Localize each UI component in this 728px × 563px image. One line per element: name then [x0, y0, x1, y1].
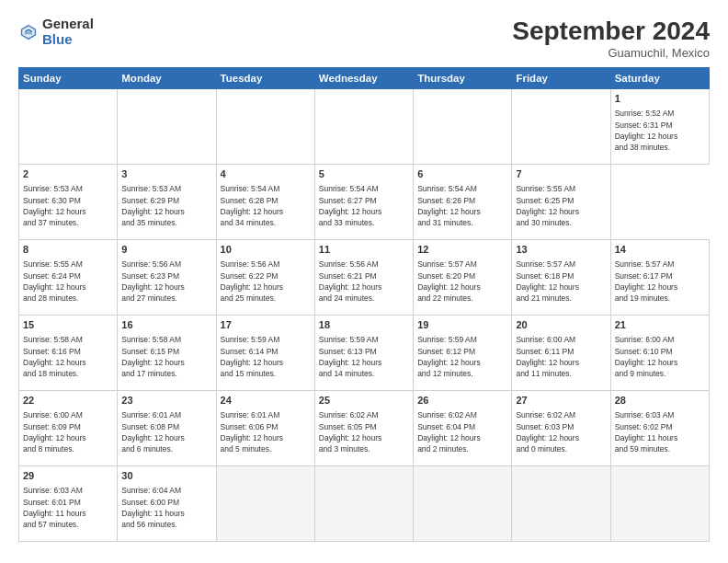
day-number: 19	[417, 318, 507, 332]
day-info: Sunrise: 6:01 AMSunset: 6:08 PMDaylight:…	[121, 409, 211, 454]
day-info: Sunrise: 6:03 AMSunset: 6:01 PMDaylight:…	[23, 485, 113, 530]
week-row-4: 15Sunrise: 5:58 AMSunset: 6:16 PMDayligh…	[19, 316, 710, 391]
empty-cell	[512, 89, 610, 165]
empty-cell	[118, 89, 216, 165]
day-info: Sunrise: 5:52 AMSunset: 6:31 PMDaylight:…	[615, 108, 705, 153]
day-cell-18: 18Sunrise: 5:59 AMSunset: 6:13 PMDayligh…	[314, 316, 413, 391]
day-info: Sunrise: 6:03 AMSunset: 6:02 PMDaylight:…	[615, 409, 705, 454]
day-info: Sunrise: 6:00 AMSunset: 6:11 PMDaylight:…	[516, 334, 606, 379]
empty-cell	[216, 466, 314, 542]
day-cell-13: 13Sunrise: 5:57 AMSunset: 6:18 PMDayligh…	[512, 240, 610, 316]
day-cell-6: 6Sunrise: 5:54 AMSunset: 6:26 PMDaylight…	[414, 165, 512, 240]
logo-icon	[18, 22, 39, 42]
empty-cell	[610, 466, 709, 542]
day-info: Sunrise: 5:58 AMSunset: 6:15 PMDaylight:…	[121, 334, 211, 379]
day-info: Sunrise: 6:00 AMSunset: 6:09 PMDaylight:…	[23, 409, 113, 454]
week-row-2: 2Sunrise: 5:53 AMSunset: 6:30 PMDaylight…	[19, 165, 710, 240]
empty-cell	[512, 466, 610, 542]
page-header: General Blue September 2024 Guamuchil, M…	[18, 17, 710, 60]
empty-cell	[314, 466, 413, 542]
day-cell-8: 8Sunrise: 5:55 AMSunset: 6:24 PMDaylight…	[19, 240, 118, 316]
day-number: 20	[516, 318, 606, 332]
day-info: Sunrise: 5:53 AMSunset: 6:30 PMDaylight:…	[23, 183, 113, 228]
calendar-page: General Blue September 2024 Guamuchil, M…	[0, 0, 728, 563]
day-number: 24	[221, 394, 311, 408]
day-cell-24: 24Sunrise: 6:01 AMSunset: 6:06 PMDayligh…	[216, 391, 314, 466]
day-cell-16: 16Sunrise: 5:58 AMSunset: 6:15 PMDayligh…	[118, 316, 216, 391]
day-number: 22	[23, 394, 113, 408]
day-header-thursday: Thursday	[414, 68, 512, 89]
week-row-3: 8Sunrise: 5:55 AMSunset: 6:24 PMDaylight…	[19, 240, 710, 316]
day-header-friday: Friday	[512, 68, 610, 89]
day-number: 4	[221, 167, 311, 181]
day-info: Sunrise: 5:58 AMSunset: 6:16 PMDaylight:…	[23, 334, 113, 379]
day-number: 9	[121, 243, 211, 257]
day-cell-10: 10Sunrise: 5:56 AMSunset: 6:22 PMDayligh…	[216, 240, 314, 316]
day-cell-25: 25Sunrise: 6:02 AMSunset: 6:05 PMDayligh…	[314, 391, 413, 466]
day-cell-22: 22Sunrise: 6:00 AMSunset: 6:09 PMDayligh…	[19, 391, 118, 466]
day-cell-3: 3Sunrise: 5:53 AMSunset: 6:29 PMDaylight…	[118, 165, 216, 240]
day-header-monday: Monday	[118, 68, 216, 89]
day-header-saturday: Saturday	[610, 68, 709, 89]
day-info: Sunrise: 6:02 AMSunset: 6:03 PMDaylight:…	[516, 409, 606, 454]
day-info: Sunrise: 5:56 AMSunset: 6:21 PMDaylight:…	[319, 259, 409, 304]
day-cell-1: 1Sunrise: 5:52 AMSunset: 6:31 PMDaylight…	[610, 89, 709, 165]
day-info: Sunrise: 5:55 AMSunset: 6:25 PMDaylight:…	[516, 183, 606, 228]
day-number: 2	[23, 167, 113, 181]
day-number: 8	[23, 243, 113, 257]
day-number: 11	[319, 243, 409, 257]
day-number: 7	[516, 167, 606, 181]
day-number: 1	[615, 92, 705, 106]
month-title: September 2024	[512, 17, 710, 46]
day-cell-11: 11Sunrise: 5:56 AMSunset: 6:21 PMDayligh…	[314, 240, 413, 316]
day-info: Sunrise: 5:57 AMSunset: 6:20 PMDaylight:…	[417, 259, 507, 304]
day-cell-28: 28Sunrise: 6:03 AMSunset: 6:02 PMDayligh…	[610, 391, 709, 466]
day-header-sunday: Sunday	[19, 68, 118, 89]
day-cell-30: 30Sunrise: 6:04 AMSunset: 6:00 PMDayligh…	[118, 466, 216, 542]
calendar-table: SundayMondayTuesdayWednesdayThursdayFrid…	[18, 67, 710, 542]
day-cell-5: 5Sunrise: 5:54 AMSunset: 6:27 PMDaylight…	[314, 165, 413, 240]
day-cell-29: 29Sunrise: 6:03 AMSunset: 6:01 PMDayligh…	[19, 466, 118, 542]
empty-cell	[414, 466, 512, 542]
week-row-1: 1Sunrise: 5:52 AMSunset: 6:31 PMDaylight…	[19, 89, 710, 165]
title-block: September 2024 Guamuchil, Mexico	[512, 17, 710, 60]
day-cell-19: 19Sunrise: 5:59 AMSunset: 6:12 PMDayligh…	[414, 316, 512, 391]
day-number: 23	[121, 394, 211, 408]
day-number: 13	[516, 243, 606, 257]
day-cell-17: 17Sunrise: 5:59 AMSunset: 6:14 PMDayligh…	[216, 316, 314, 391]
day-number: 17	[221, 318, 311, 332]
week-row-6: 29Sunrise: 6:03 AMSunset: 6:01 PMDayligh…	[19, 466, 710, 542]
day-cell-26: 26Sunrise: 6:02 AMSunset: 6:04 PMDayligh…	[414, 391, 512, 466]
location-subtitle: Guamuchil, Mexico	[512, 46, 710, 60]
day-cell-15: 15Sunrise: 5:58 AMSunset: 6:16 PMDayligh…	[19, 316, 118, 391]
day-cell-20: 20Sunrise: 6:00 AMSunset: 6:11 PMDayligh…	[512, 316, 610, 391]
day-number: 30	[121, 469, 211, 483]
day-info: Sunrise: 6:04 AMSunset: 6:00 PMDaylight:…	[121, 485, 211, 530]
day-cell-27: 27Sunrise: 6:02 AMSunset: 6:03 PMDayligh…	[512, 391, 610, 466]
logo-text: General Blue	[42, 17, 94, 47]
day-info: Sunrise: 5:55 AMSunset: 6:24 PMDaylight:…	[23, 259, 113, 304]
day-number: 12	[417, 243, 507, 257]
day-info: Sunrise: 6:02 AMSunset: 6:04 PMDaylight:…	[417, 409, 507, 454]
day-info: Sunrise: 5:54 AMSunset: 6:28 PMDaylight:…	[221, 183, 311, 228]
day-number: 18	[319, 318, 409, 332]
day-cell-2: 2Sunrise: 5:53 AMSunset: 6:30 PMDaylight…	[19, 165, 118, 240]
day-info: Sunrise: 5:56 AMSunset: 6:23 PMDaylight:…	[121, 259, 211, 304]
day-number: 21	[615, 318, 705, 332]
day-number: 14	[615, 243, 705, 257]
day-header-tuesday: Tuesday	[216, 68, 314, 89]
day-number: 15	[23, 318, 113, 332]
day-number: 25	[319, 394, 409, 408]
day-cell-14: 14Sunrise: 5:57 AMSunset: 6:17 PMDayligh…	[610, 240, 709, 316]
logo: General Blue	[18, 17, 94, 47]
day-cell-21: 21Sunrise: 6:00 AMSunset: 6:10 PMDayligh…	[610, 316, 709, 391]
day-info: Sunrise: 5:57 AMSunset: 6:17 PMDaylight:…	[615, 259, 705, 304]
day-info: Sunrise: 5:53 AMSunset: 6:29 PMDaylight:…	[121, 183, 211, 228]
day-info: Sunrise: 5:59 AMSunset: 6:14 PMDaylight:…	[221, 334, 311, 379]
day-number: 28	[615, 394, 705, 408]
day-info: Sunrise: 6:00 AMSunset: 6:10 PMDaylight:…	[615, 334, 705, 379]
day-info: Sunrise: 5:59 AMSunset: 6:12 PMDaylight:…	[417, 334, 507, 379]
day-info: Sunrise: 5:57 AMSunset: 6:18 PMDaylight:…	[516, 259, 606, 304]
day-cell-9: 9Sunrise: 5:56 AMSunset: 6:23 PMDaylight…	[118, 240, 216, 316]
day-number: 27	[516, 394, 606, 408]
